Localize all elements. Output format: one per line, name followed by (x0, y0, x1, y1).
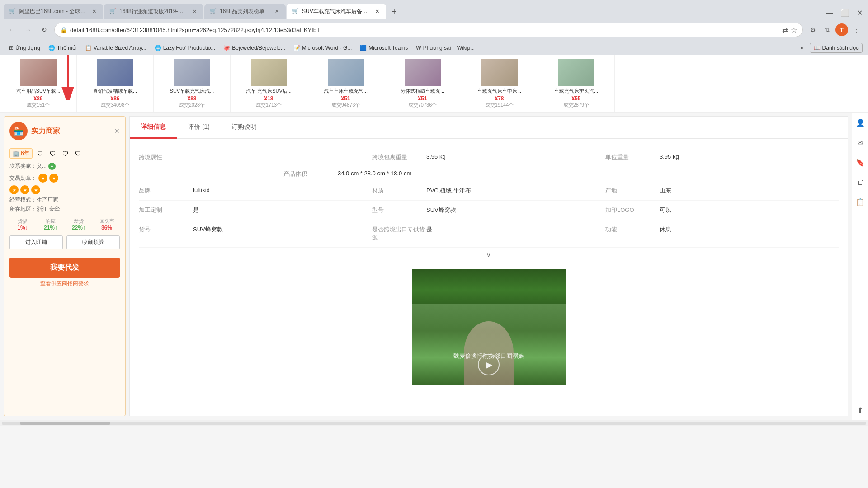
brand-label: 品牌 (139, 187, 193, 195)
bookmark-lazyfoo[interactable]: 🌐 Lazy Foo' Productio... (151, 43, 219, 52)
product-item-3[interactable]: 汽车 充气床SUV后... ¥18 成交1713个 (231, 55, 307, 112)
product-item-6[interactable]: 车载充气床车中床... ¥78 成交19144个 (461, 55, 538, 112)
new-tab-button[interactable]: + (387, 5, 401, 19)
bookmark-more[interactable]: » (797, 43, 807, 52)
back-button[interactable]: ← (5, 23, 18, 36)
menu-icon[interactable]: ⋮ (850, 23, 863, 36)
bookmark-word[interactable]: 📝 Microsoft Word - G... (290, 43, 355, 52)
product-item-7[interactable]: 车载充气床护头汽... ¥55 成交2879个 (538, 55, 615, 112)
seller-logo-text: 实力商家 (31, 127, 60, 136)
maximize-icon[interactable]: ⬜ (839, 7, 851, 19)
product-sales-7: 成交2879个 (563, 102, 589, 108)
profile-button[interactable]: T (835, 23, 848, 36)
bottom-scrollbar[interactable] (0, 420, 868, 426)
product-sales-3: 成交1713个 (256, 102, 282, 108)
custom-label: 加工定制 (139, 206, 193, 214)
bookmark-the-moi[interactable]: 🌐 Thế mới (45, 43, 80, 52)
collect-coupon-button[interactable]: 收藏领券 (66, 235, 120, 249)
refresh-button[interactable]: ↻ (38, 23, 51, 36)
tab-order-notes[interactable]: 订购说明 (221, 117, 268, 139)
product-thumb-5 (405, 59, 441, 86)
enter-store-button[interactable]: 进入旺铺 (9, 235, 63, 249)
tab-close-1[interactable]: ✕ (90, 8, 98, 15)
apps-icon: ⊞ (9, 45, 14, 51)
right-icon-notes[interactable]: 📋 (854, 196, 867, 208)
tab-detail-info[interactable]: 详细信息 (130, 117, 177, 139)
product-name-1: 直销代发桔绒车载... (93, 88, 137, 94)
browser-tab-1[interactable]: 🛒 阿里巴巴1688.com - 全球领先的... ✕ (4, 4, 103, 19)
product-item-0[interactable]: 汽车用品SUV车载... ¥86 成交151个 (0, 55, 77, 112)
bookmark-bejeweled[interactable]: 🐙 Bejeweled/Bejewele... (220, 43, 288, 52)
stat-label: 发货 (74, 218, 84, 225)
product-item-5[interactable]: 分体式植绒车载充... ¥51 成交70736个 (384, 55, 461, 112)
medal-1: ★ (38, 174, 47, 183)
detail-content: 跨境属性 跨境包裹重量 3.95 kg 单位重量 3.95 kg 产品体积 34… (130, 139, 848, 394)
field-value-weight2: 3.95 kg (660, 153, 839, 161)
custom-value: 是 (193, 206, 372, 214)
bookmark-label: Lazy Foo' Productio... (163, 45, 216, 51)
bookmark-apps[interactable]: ⊞ Ứng dụng (5, 43, 44, 52)
star-icon[interactable]: ☆ (791, 26, 797, 34)
brand-value: luftikid (193, 187, 372, 195)
tab-title-4: SUV车载充气床汽车后备箱后座... (302, 8, 371, 15)
url-bar[interactable]: 🔒 detail.1688.com/offer/643123881045.htm… (54, 23, 803, 37)
sidebar-action-buttons: 进入旺铺 收藏领券 (9, 235, 120, 249)
product-price-0: ¥86 (33, 95, 42, 102)
product-name-6: 车载充气床车中床... (477, 88, 521, 94)
close-icon[interactable]: ✕ (855, 7, 864, 19)
right-icon-scroll-top[interactable]: ⬆ (854, 404, 867, 416)
stat-value: 1%↓ (17, 225, 28, 231)
seller-contact: 联系卖家：义... ● (9, 162, 120, 170)
right-icon-trash[interactable]: 🗑 (854, 176, 867, 188)
bookmark-teams[interactable]: 🟦 Microsoft Teams (356, 43, 411, 52)
right-icon-mail[interactable]: ✉ (854, 136, 867, 149)
browser-tab-4[interactable]: 🛒 SUV车载充气床汽车后备箱后座... ✕ (287, 4, 386, 19)
forward-button[interactable]: → (22, 23, 34, 36)
product-sales-2: 成交2028个 (179, 102, 205, 108)
product-video[interactable]: 魏麦倍澳忏削捞邻口囿溺嫉 ▶ (412, 269, 566, 385)
agent-button[interactable]: 我要代发 (9, 258, 120, 278)
bookmark-favicon: 🐙 (223, 45, 230, 51)
product-name-7: 车载充气床护头汽... (554, 88, 598, 94)
export-label: 是否跨境出口专供货源 (372, 225, 426, 242)
business-mode: 经营模式：生产厂家 (9, 196, 120, 204)
product-thumb-2 (174, 59, 210, 86)
product-item-2[interactable]: SUV车载充气床汽... ¥88 成交2028个 (154, 55, 231, 112)
translate-icon[interactable]: ⇄ (782, 26, 788, 34)
product-item-1[interactable]: 直销代发桔绒车载... ¥86 成交34098个 (77, 55, 154, 112)
browser-tab-2[interactable]: 🛒 1688行业频道改版2019-汽车用品... ✕ (104, 4, 203, 19)
tab-close-4[interactable]: ✕ (373, 8, 381, 15)
extensions-icon[interactable]: ⚙ (807, 23, 819, 36)
right-icon-profile[interactable]: 👤 (854, 116, 867, 129)
product-price-4: ¥51 (341, 95, 350, 102)
url-bar-icons: ⇄ ☆ (782, 26, 797, 34)
reading-list-button[interactable]: 📖 Danh sách đọc (810, 43, 863, 53)
product-name-3: 汽车 充气床SUV后... (246, 88, 292, 94)
product-sales-4: 成交94873个 (331, 102, 360, 108)
stat-response: 响应 21%↑ (38, 218, 64, 231)
right-icon-bookmark[interactable]: 🔖 (854, 156, 867, 169)
product-sales-5: 成交70736个 (408, 102, 437, 108)
contact-label: 联系卖家：义... (9, 162, 47, 170)
video-section: 魏麦倍澳忏削捞邻口囿溺嫉 ▶ (139, 269, 839, 385)
tab-reviews[interactable]: 评价 (1) (177, 117, 221, 139)
video-play-button[interactable]: ▶ (478, 354, 500, 375)
extra-medals: ★ ★ ★ (9, 185, 120, 194)
tab-close-2[interactable]: ✕ (191, 8, 198, 15)
shield-badge-2: 🛡 (48, 149, 58, 159)
product-thumb-3 (251, 59, 287, 86)
minimize-icon[interactable]: — (824, 7, 835, 19)
material-label: 材质 (372, 187, 426, 195)
product-item-4[interactable]: 汽车车床车载充气... ¥51 成交94873个 (307, 55, 384, 112)
sidebar-close-button[interactable]: ✕ (114, 127, 120, 135)
expand-button[interactable]: ∨ (139, 248, 839, 262)
scrollbar-thumb[interactable] (20, 422, 110, 425)
bookmark-phuong-sai[interactable]: W Phương sai – Wikip... (412, 43, 478, 52)
browser-tab-3[interactable]: 🛒 1688品类列表榜单 ✕ (204, 4, 286, 19)
model-label: 型号 (372, 206, 426, 214)
tab-close-3[interactable]: ✕ (273, 8, 280, 15)
bookmark-variable[interactable]: 📋 Variable Sized Array... (81, 43, 150, 52)
tab-favicon-2: 🛒 (109, 8, 117, 15)
sync-icon[interactable]: ⇅ (821, 23, 834, 36)
agent-sub-label[interactable]: 查看供应商招商要求 (9, 280, 120, 287)
